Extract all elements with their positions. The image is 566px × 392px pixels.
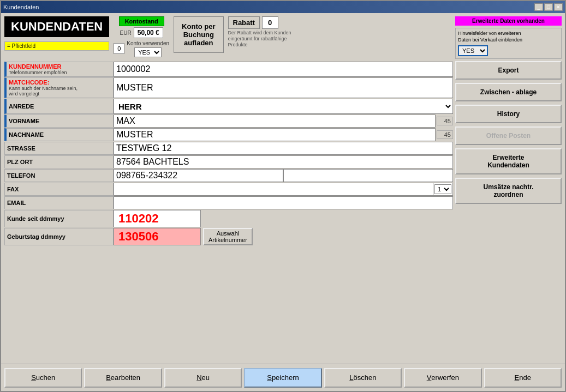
- nachname-label: NACHNAME: [4, 128, 114, 141]
- kundennummer-value[interactable]: 1000002: [114, 62, 453, 77]
- nachname-value-wrapper: MUSTER 45: [114, 128, 453, 141]
- fax-select-wrapper: 1 2 3: [433, 183, 453, 196]
- fax-value-wrapper: 1 2 3: [114, 183, 453, 196]
- kunde-seit-value[interactable]: 110202: [114, 210, 201, 227]
- bearbeiten-button[interactable]: Bearbeiten: [84, 368, 162, 388]
- telefon-label: TELEFON: [4, 169, 114, 182]
- fax-label-text: FAX: [7, 186, 111, 192]
- geburtstag-row: Geburtstag ddmmyy 130506 Auswahl Artikel…: [4, 228, 453, 245]
- fax-row: FAX 1 2 3: [4, 183, 453, 196]
- plz-ort-row: PLZ ORT 87564 BACHTELS: [4, 155, 453, 168]
- main-content: KUNDENDATEN = Pflichtfeld Kontostand EUR…: [1, 13, 565, 364]
- hinweis-text: Hinweisfelder von erweiteren Daten bei V…: [458, 31, 559, 43]
- yes-select-row: YES NO: [458, 45, 559, 56]
- kontostand-button[interactable]: Kontostand: [119, 16, 164, 26]
- email-row: EMAIL: [4, 196, 453, 209]
- konto-per-buchung-button[interactable]: Konto per Buchung aufladen: [174, 16, 223, 53]
- nachname-char-count: 45: [437, 130, 453, 139]
- kunde-seit-label: Kunde seit ddmmyy: [4, 210, 114, 227]
- bottom-bar: Suchen Bearbeiten Neu Speichern Löschen …: [1, 364, 565, 391]
- history-button[interactable]: History: [455, 105, 562, 123]
- anrede-label-text: ANREDE: [9, 103, 111, 110]
- hinweis-box: Hinweisfelder von erweiteren Daten bei V…: [455, 28, 562, 59]
- anrede-label: ANREDE: [4, 99, 114, 114]
- pflichtfeld-label: = Pflichtfeld: [4, 41, 109, 51]
- controls-area: Kontostand EUR 50,00 € 0 Konto verwenden: [114, 16, 453, 57]
- vorname-char-count: 45: [437, 117, 453, 125]
- umsaetze-button[interactable]: Umsätze nachtr. zuordnen: [455, 178, 562, 204]
- verwerfen-button[interactable]: Verwerfen: [404, 368, 481, 388]
- minimize-button[interactable]: _: [534, 3, 543, 11]
- kundennummer-label: KUNDENNUMMER Telefonnummer empfohlen: [4, 62, 114, 77]
- matchcode-label-text: MATCHCODE:: [9, 79, 111, 86]
- email-label: EMAIL: [4, 196, 114, 209]
- auswahl-artikelnummer-button[interactable]: Auswahl Artikelnummer: [203, 228, 253, 245]
- matchcode-value[interactable]: MUSTER: [114, 77, 453, 98]
- telefon-row: TELEFON 098765-234322: [4, 169, 453, 182]
- matchcode-label: MATCHCODE: Kann auch der Nachname sein, …: [4, 77, 114, 98]
- rabatt-hint: Der Rabatt wird dem Kunden eingeräumt fü…: [228, 30, 294, 47]
- controls-top: Kontostand EUR 50,00 € 0 Konto verwenden: [114, 16, 453, 57]
- rabatt-box: Rabatt 0 Der Rabatt wird dem Kunden eing…: [228, 16, 294, 47]
- anrede-row: ANREDE HERR FRAU FIRMA: [4, 99, 453, 114]
- rabatt-row: Rabatt 0: [228, 16, 278, 29]
- suchen-button[interactable]: Suchen: [4, 368, 82, 388]
- fax-select[interactable]: 1 2 3: [434, 184, 451, 194]
- ende-button[interactable]: Ende: [484, 368, 562, 388]
- kontostand-amount: 50,00 €: [134, 27, 163, 38]
- vorname-value[interactable]: MAX: [114, 114, 436, 128]
- vorname-label-text: VORNAME: [9, 118, 111, 124]
- strasse-label-text: STRASSE: [7, 145, 111, 152]
- telefon-value2[interactable]: [283, 169, 453, 182]
- konto-verwenden-select[interactable]: YES NO: [134, 47, 162, 57]
- nachname-row: NACHNAME MUSTER 45: [4, 128, 453, 141]
- konto-select-row: YES NO: [134, 47, 162, 57]
- konto-verwenden-box: Konto verwenden YES NO: [127, 40, 169, 57]
- nachname-value[interactable]: MUSTER: [114, 128, 436, 141]
- matchcode-sublabel: Kann auch der Nachname sein, wird vorgel…: [9, 86, 111, 97]
- right-panel: Erweiterte Daten vorhanden Hinweisfelder…: [455, 16, 562, 360]
- vorname-row: VORNAME MAX 45: [4, 114, 453, 128]
- matchcode-row: MATCHCODE: Kann auch der Nachname sein, …: [4, 77, 453, 98]
- rabatt-value: 0: [262, 16, 278, 29]
- email-label-text: EMAIL: [7, 200, 111, 206]
- offene-posten-button[interactable]: Offene Posten: [455, 126, 562, 145]
- main-window: Kundendaten _ □ ✕ KUNDENDATEN = Pflichtf…: [0, 0, 566, 392]
- strasse-row: STRASSE TESTWEG 12: [4, 142, 453, 155]
- page-title: KUNDENDATEN: [4, 16, 109, 37]
- anrede-select[interactable]: HERR FRAU FIRMA: [114, 100, 452, 113]
- neu-button[interactable]: Neu: [164, 368, 242, 388]
- telefon-value[interactable]: 098765-234322: [114, 169, 283, 182]
- konto-zero-row: 0 Konto verwenden YES NO: [114, 39, 169, 57]
- plz-ort-value[interactable]: 87564 BACHTELS: [114, 155, 453, 168]
- zwischen-ablage-button[interactable]: Zwischen - ablage: [455, 83, 562, 101]
- geburtstag-label: Geburtstag ddmmyy: [4, 228, 114, 245]
- nachname-label-text: NACHNAME: [9, 131, 111, 138]
- eur-label: EUR: [120, 30, 132, 36]
- left-panel: KUNDENDATEN = Pflichtfeld Kontostand EUR…: [4, 16, 453, 360]
- geburtstag-value[interactable]: 130506: [114, 228, 201, 245]
- strasse-value[interactable]: TESTWEG 12: [114, 142, 453, 155]
- telefon-value-wrapper: 098765-234322: [114, 169, 453, 182]
- close-button[interactable]: ✕: [554, 3, 563, 11]
- kunde-seit-label-text: Kunde seit ddmmyy: [7, 215, 111, 222]
- geburtstag-label-text: Geburtstag ddmmyy: [7, 233, 111, 240]
- maximize-button[interactable]: □: [544, 3, 553, 11]
- kundennummer-sublabel: Telefonnummer empfohlen: [9, 70, 111, 75]
- export-button[interactable]: Export: [455, 61, 562, 80]
- title-bar-text: Kundendaten: [3, 4, 39, 10]
- telefon-label-text: TELEFON: [7, 172, 111, 179]
- plz-ort-label-text: PLZ ORT: [7, 159, 111, 165]
- fax-value[interactable]: [114, 183, 433, 196]
- kunde-seit-row: Kunde seit ddmmyy 110202: [4, 210, 453, 227]
- email-value[interactable]: [114, 196, 453, 209]
- vorname-value-wrapper: MAX 45: [114, 114, 453, 128]
- erweiterte-header: Erweiterte Daten vorhanden: [455, 16, 562, 26]
- loeschen-button[interactable]: Löschen: [324, 368, 402, 388]
- speichern-button[interactable]: Speichern: [244, 368, 321, 388]
- vorname-label: VORNAME: [4, 114, 114, 128]
- erweiterte-kundendaten-button[interactable]: Erweiterte Kundendaten: [455, 148, 562, 174]
- konto-null: 0: [114, 43, 124, 54]
- title-bar: Kundendaten _ □ ✕: [1, 1, 565, 13]
- hinweis-yes-select[interactable]: YES NO: [458, 45, 488, 56]
